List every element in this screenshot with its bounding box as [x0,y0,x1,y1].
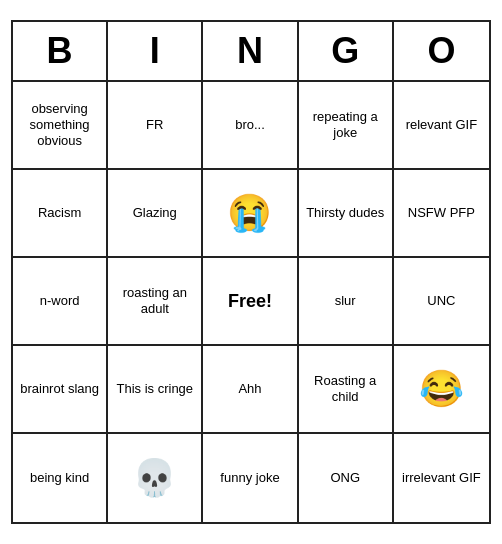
bingo-header: BINGO [13,22,489,82]
bingo-card: BINGO observing something obviousFRbro..… [11,20,491,524]
bingo-cell-emoji: 😭 [227,195,272,231]
bingo-cell-14: UNC [394,258,489,346]
bingo-cell-22: funny joke [203,434,298,522]
bingo-cell-17: Ahh [203,346,298,434]
bingo-cell-12: Free! [203,258,298,346]
bingo-cell-7: 😭 [203,170,298,258]
bingo-cell-1: FR [108,82,203,170]
bingo-cell-3: repeating a joke [299,82,394,170]
bingo-cell-23: ONG [299,434,394,522]
bingo-cell-16: This is cringe [108,346,203,434]
bingo-header-letter: G [299,22,394,80]
bingo-cell-13: slur [299,258,394,346]
bingo-cell-5: Racism [13,170,108,258]
bingo-cell-4: relevant GIF [394,82,489,170]
bingo-cell-8: Thirsty dudes [299,170,394,258]
bingo-cell-18: Roasting a child [299,346,394,434]
bingo-cell-19: 😂 [394,346,489,434]
bingo-cell-9: NSFW PFP [394,170,489,258]
bingo-header-letter: I [108,22,203,80]
bingo-cell-emoji: 💀 [132,460,177,496]
bingo-cell-20: being kind [13,434,108,522]
bingo-cell-11: roasting an adult [108,258,203,346]
bingo-grid: observing something obviousFRbro...repea… [13,82,489,522]
bingo-cell-emoji: 😂 [419,371,464,407]
bingo-cell-24: irrelevant GIF [394,434,489,522]
bingo-cell-15: brainrot slang [13,346,108,434]
bingo-cell-0: observing something obvious [13,82,108,170]
bingo-cell-2: bro... [203,82,298,170]
bingo-header-letter: O [394,22,489,80]
bingo-header-letter: B [13,22,108,80]
bingo-cell-6: Glazing [108,170,203,258]
bingo-header-letter: N [203,22,298,80]
bingo-cell-21: 💀 [108,434,203,522]
bingo-cell-10: n-word [13,258,108,346]
